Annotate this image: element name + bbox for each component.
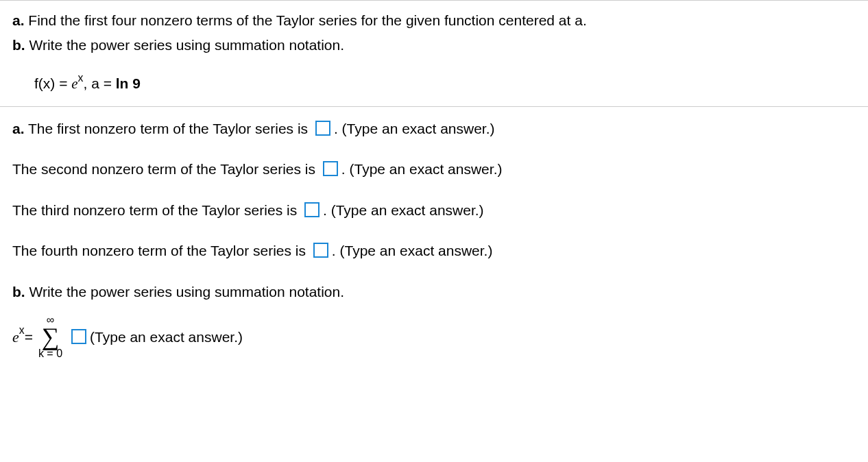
part-a-label: a.: [12, 12, 25, 28]
prompt-1-post: . (Type an exact answer.): [334, 118, 495, 140]
input-term-3[interactable]: [304, 202, 320, 217]
sigma-symbol: ∑: [42, 326, 60, 348]
answer-block: a. The first nonzero term of the Taylor …: [0, 107, 868, 370]
part-a-text: Find the first four nonzero terms of the…: [28, 12, 586, 28]
sigma-block: ∞ ∑ k = 0: [38, 315, 62, 358]
answer-line-1: a. The first nonzero term of the Taylor …: [12, 118, 856, 140]
input-term-1[interactable]: [315, 121, 330, 136]
part-b-label: b.: [12, 37, 25, 53]
question-part-b: b. Write the power series using summatio…: [12, 35, 856, 56]
answer-line-3: The third nonzero term of the Taylor ser…: [12, 199, 856, 221]
sum-equals: =: [25, 329, 33, 345]
sum-e: e: [12, 328, 19, 346]
question-block: a. Find the first four nonzero terms of …: [0, 0, 868, 107]
prompt-3-post: . (Type an exact answer.): [323, 199, 484, 221]
sum-post: (Type an exact answer.): [90, 329, 243, 345]
answer-part-b-text: Write the power series using summation n…: [29, 281, 345, 303]
eq-comma: , a =: [83, 75, 115, 91]
prompt-2-post: . (Type an exact answer.): [341, 158, 503, 180]
eq-value: ln 9: [116, 75, 141, 91]
input-summation[interactable]: [71, 329, 86, 344]
sigma-bottom: k = 0: [38, 348, 62, 359]
sum-sup: x: [19, 324, 25, 337]
prompt-1-pre: The first nonzero term of the Taylor ser…: [25, 118, 312, 140]
eq-sup: x: [78, 72, 84, 84]
input-term-2[interactable]: [323, 161, 338, 176]
question-part-a: a. Find the first four nonzero terms of …: [12, 10, 856, 31]
answer-line-2: The second nonzero term of the Taylor se…: [12, 158, 856, 180]
prompt-3-pre: The third nonzero term of the Taylor ser…: [12, 199, 301, 221]
answer-part-b-heading: b. Write the power series using summatio…: [12, 281, 856, 303]
summation-line: ex = ∞ ∑ k = 0 (Type an exact answer.): [12, 315, 856, 358]
part-b-text: Write the power series using summation n…: [29, 37, 345, 53]
summation-left: ex = ∞ ∑ k = 0 (Type an exact answer.): [12, 315, 243, 358]
equation: f(x) = ex, a = ln 9: [12, 75, 856, 93]
eq-fx: f(x) =: [34, 75, 71, 91]
prompt-4-pre: The fourth nonzero term of the Taylor se…: [12, 240, 310, 262]
answer-part-b-label: b.: [12, 281, 25, 303]
prompt-4-post: . (Type an exact answer.): [332, 240, 493, 262]
answer-line-4: The fourth nonzero term of the Taylor se…: [12, 240, 856, 262]
eq-e: e: [71, 75, 77, 92]
prompt-2-pre: The second nonzero term of the Taylor se…: [12, 158, 320, 180]
answer-part-a-label: a.: [12, 118, 25, 140]
input-term-4[interactable]: [313, 243, 328, 258]
